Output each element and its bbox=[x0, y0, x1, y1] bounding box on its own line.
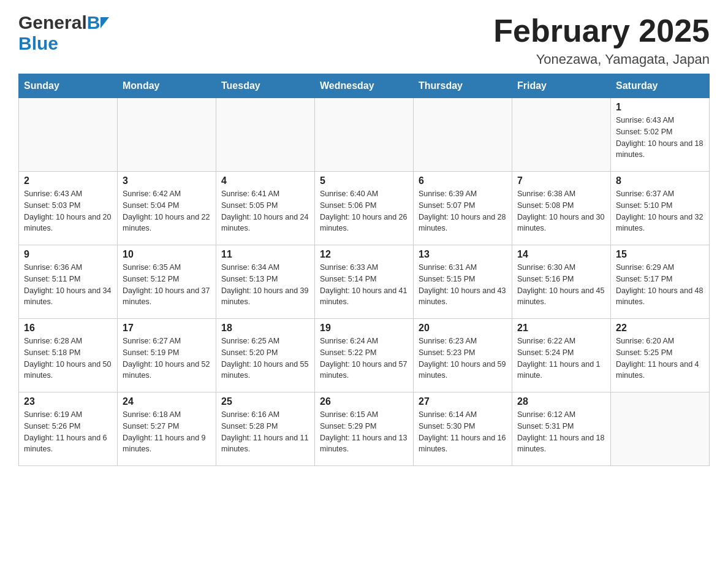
day-info: Sunrise: 6:14 AMSunset: 5:30 PMDaylight:… bbox=[419, 409, 507, 455]
title-section: February 2025 Yonezawa, Yamagata, Japan bbox=[493, 12, 710, 67]
day-number: 17 bbox=[123, 323, 211, 334]
day-info: Sunrise: 6:25 AMSunset: 5:20 PMDaylight:… bbox=[221, 335, 309, 381]
calendar-cell: 20Sunrise: 6:23 AMSunset: 5:23 PMDayligh… bbox=[414, 319, 512, 393]
col-tuesday: Tuesday bbox=[216, 74, 315, 98]
calendar-cell: 10Sunrise: 6:35 AMSunset: 5:12 PMDayligh… bbox=[118, 245, 216, 319]
calendar-cell: 19Sunrise: 6:24 AMSunset: 5:22 PMDayligh… bbox=[315, 319, 414, 393]
day-info: Sunrise: 6:40 AMSunset: 5:06 PMDaylight:… bbox=[320, 188, 408, 234]
day-number: 19 bbox=[320, 323, 408, 334]
day-number: 15 bbox=[616, 249, 704, 260]
day-info: Sunrise: 6:42 AMSunset: 5:04 PMDaylight:… bbox=[123, 188, 211, 234]
logo-blue-text: Blue bbox=[18, 33, 58, 53]
calendar-cell: 8Sunrise: 6:37 AMSunset: 5:10 PMDaylight… bbox=[611, 172, 710, 245]
calendar-cell: 15Sunrise: 6:29 AMSunset: 5:17 PMDayligh… bbox=[611, 245, 710, 319]
calendar-cell bbox=[512, 98, 611, 172]
calendar-cell bbox=[216, 98, 315, 172]
day-info: Sunrise: 6:30 AMSunset: 5:16 PMDaylight:… bbox=[517, 262, 605, 308]
day-info: Sunrise: 6:31 AMSunset: 5:15 PMDaylight:… bbox=[419, 262, 507, 308]
logo-arrow-icon bbox=[100, 17, 109, 28]
day-info: Sunrise: 6:12 AMSunset: 5:31 PMDaylight:… bbox=[517, 409, 605, 455]
calendar-cell: 23Sunrise: 6:19 AMSunset: 5:26 PMDayligh… bbox=[19, 393, 118, 466]
calendar-cell: 5Sunrise: 6:40 AMSunset: 5:06 PMDaylight… bbox=[315, 172, 414, 245]
day-number: 16 bbox=[24, 323, 112, 334]
day-info: Sunrise: 6:43 AMSunset: 5:03 PMDaylight:… bbox=[24, 188, 112, 234]
logo: GeneralB Blue bbox=[18, 12, 109, 54]
day-number: 1 bbox=[616, 102, 704, 113]
calendar-cell: 9Sunrise: 6:36 AMSunset: 5:11 PMDaylight… bbox=[19, 245, 118, 319]
location-subtitle: Yonezawa, Yamagata, Japan bbox=[493, 52, 710, 67]
day-number: 14 bbox=[517, 249, 605, 260]
calendar-week-row: 2Sunrise: 6:43 AMSunset: 5:03 PMDaylight… bbox=[19, 172, 710, 245]
day-info: Sunrise: 6:24 AMSunset: 5:22 PMDaylight:… bbox=[320, 335, 408, 381]
day-info: Sunrise: 6:29 AMSunset: 5:17 PMDaylight:… bbox=[616, 262, 704, 308]
calendar-cell: 7Sunrise: 6:38 AMSunset: 5:08 PMDaylight… bbox=[512, 172, 611, 245]
day-number: 20 bbox=[419, 323, 507, 334]
calendar-table: Sunday Monday Tuesday Wednesday Thursday… bbox=[18, 74, 710, 466]
calendar-week-row: 9Sunrise: 6:36 AMSunset: 5:11 PMDaylight… bbox=[19, 245, 710, 319]
calendar-cell: 26Sunrise: 6:15 AMSunset: 5:29 PMDayligh… bbox=[315, 393, 414, 466]
day-number: 2 bbox=[24, 175, 112, 186]
day-number: 5 bbox=[320, 175, 408, 186]
day-number: 10 bbox=[123, 249, 211, 260]
calendar-cell: 12Sunrise: 6:33 AMSunset: 5:14 PMDayligh… bbox=[315, 245, 414, 319]
day-number: 25 bbox=[221, 396, 309, 407]
day-info: Sunrise: 6:38 AMSunset: 5:08 PMDaylight:… bbox=[517, 188, 605, 234]
page-header: GeneralB Blue February 2025 Yonezawa, Ya… bbox=[18, 12, 710, 67]
calendar-week-row: 16Sunrise: 6:28 AMSunset: 5:18 PMDayligh… bbox=[19, 319, 710, 393]
calendar-cell bbox=[19, 98, 118, 172]
calendar-cell: 16Sunrise: 6:28 AMSunset: 5:18 PMDayligh… bbox=[19, 319, 118, 393]
calendar-cell: 11Sunrise: 6:34 AMSunset: 5:13 PMDayligh… bbox=[216, 245, 315, 319]
col-friday: Friday bbox=[512, 74, 611, 98]
day-info: Sunrise: 6:39 AMSunset: 5:07 PMDaylight:… bbox=[419, 188, 507, 234]
col-monday: Monday bbox=[118, 74, 216, 98]
day-info: Sunrise: 6:27 AMSunset: 5:19 PMDaylight:… bbox=[123, 335, 211, 381]
day-number: 26 bbox=[320, 396, 408, 407]
calendar-cell: 17Sunrise: 6:27 AMSunset: 5:19 PMDayligh… bbox=[118, 319, 216, 393]
calendar-cell: 25Sunrise: 6:16 AMSunset: 5:28 PMDayligh… bbox=[216, 393, 315, 466]
day-number: 7 bbox=[517, 175, 605, 186]
day-info: Sunrise: 6:28 AMSunset: 5:18 PMDaylight:… bbox=[24, 335, 112, 381]
day-info: Sunrise: 6:41 AMSunset: 5:05 PMDaylight:… bbox=[221, 188, 309, 234]
day-number: 12 bbox=[320, 249, 408, 260]
calendar-cell: 13Sunrise: 6:31 AMSunset: 5:15 PMDayligh… bbox=[414, 245, 512, 319]
calendar-cell: 1Sunrise: 6:43 AMSunset: 5:02 PMDaylight… bbox=[611, 98, 710, 172]
day-info: Sunrise: 6:37 AMSunset: 5:10 PMDaylight:… bbox=[616, 188, 704, 234]
day-number: 28 bbox=[517, 396, 605, 407]
day-info: Sunrise: 6:22 AMSunset: 5:24 PMDaylight:… bbox=[517, 335, 605, 381]
day-info: Sunrise: 6:33 AMSunset: 5:14 PMDaylight:… bbox=[320, 262, 408, 308]
calendar-cell bbox=[118, 98, 216, 172]
calendar-cell: 22Sunrise: 6:20 AMSunset: 5:25 PMDayligh… bbox=[611, 319, 710, 393]
day-number: 23 bbox=[24, 396, 112, 407]
calendar-cell: 14Sunrise: 6:30 AMSunset: 5:16 PMDayligh… bbox=[512, 245, 611, 319]
day-info: Sunrise: 6:35 AMSunset: 5:12 PMDaylight:… bbox=[123, 262, 211, 308]
calendar-week-row: 1Sunrise: 6:43 AMSunset: 5:02 PMDaylight… bbox=[19, 98, 710, 172]
calendar-cell bbox=[315, 98, 414, 172]
col-thursday: Thursday bbox=[414, 74, 512, 98]
calendar-week-row: 23Sunrise: 6:19 AMSunset: 5:26 PMDayligh… bbox=[19, 393, 710, 466]
day-number: 6 bbox=[419, 175, 507, 186]
calendar-cell: 2Sunrise: 6:43 AMSunset: 5:03 PMDaylight… bbox=[19, 172, 118, 245]
header-row: Sunday Monday Tuesday Wednesday Thursday… bbox=[19, 74, 710, 98]
day-info: Sunrise: 6:16 AMSunset: 5:28 PMDaylight:… bbox=[221, 409, 309, 455]
calendar-cell: 24Sunrise: 6:18 AMSunset: 5:27 PMDayligh… bbox=[118, 393, 216, 466]
col-sunday: Sunday bbox=[19, 74, 118, 98]
day-number: 8 bbox=[616, 175, 704, 186]
calendar-cell bbox=[611, 393, 710, 466]
day-info: Sunrise: 6:23 AMSunset: 5:23 PMDaylight:… bbox=[419, 335, 507, 381]
calendar-title: February 2025 bbox=[493, 12, 710, 49]
col-saturday: Saturday bbox=[611, 74, 710, 98]
day-number: 24 bbox=[123, 396, 211, 407]
day-number: 9 bbox=[24, 249, 112, 260]
day-info: Sunrise: 6:20 AMSunset: 5:25 PMDaylight:… bbox=[616, 335, 704, 381]
day-info: Sunrise: 6:19 AMSunset: 5:26 PMDaylight:… bbox=[24, 409, 112, 455]
day-info: Sunrise: 6:43 AMSunset: 5:02 PMDaylight:… bbox=[616, 115, 704, 161]
day-info: Sunrise: 6:34 AMSunset: 5:13 PMDaylight:… bbox=[221, 262, 309, 308]
col-wednesday: Wednesday bbox=[315, 74, 414, 98]
calendar-cell: 4Sunrise: 6:41 AMSunset: 5:05 PMDaylight… bbox=[216, 172, 315, 245]
calendar-cell: 18Sunrise: 6:25 AMSunset: 5:20 PMDayligh… bbox=[216, 319, 315, 393]
calendar-cell bbox=[414, 98, 512, 172]
calendar-cell: 3Sunrise: 6:42 AMSunset: 5:04 PMDaylight… bbox=[118, 172, 216, 245]
day-number: 11 bbox=[221, 249, 309, 260]
calendar-cell: 21Sunrise: 6:22 AMSunset: 5:24 PMDayligh… bbox=[512, 319, 611, 393]
logo-general-text: GeneralB bbox=[18, 12, 100, 33]
